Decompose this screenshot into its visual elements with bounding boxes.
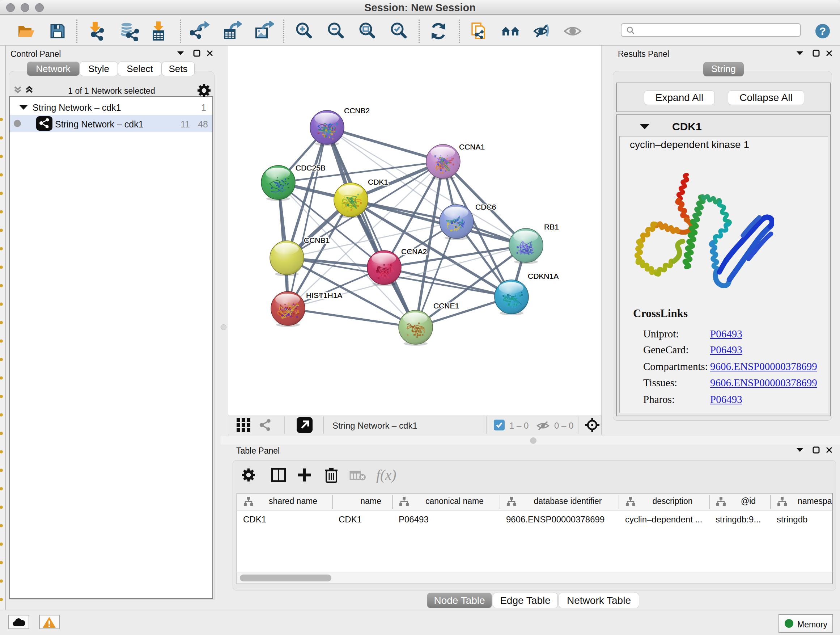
svg-text:RB1: RB1 [544,223,559,231]
svg-text:CCNA2: CCNA2 [401,247,427,256]
svg-text:HIST1H1A: HIST1H1A [306,291,342,299]
svg-text:CDC6: CDC6 [475,203,496,211]
svg-text:CCNB1: CCNB1 [304,236,330,244]
svg-text:CDKN1A: CDKN1A [528,272,559,280]
svg-text:CDC25B: CDC25B [295,164,325,172]
svg-text:CCNB2: CCNB2 [344,106,370,115]
svg-text:CCNA1: CCNA1 [459,143,485,151]
svg-text:CCNE1: CCNE1 [433,302,459,310]
svg-text:CDK1: CDK1 [368,178,388,186]
